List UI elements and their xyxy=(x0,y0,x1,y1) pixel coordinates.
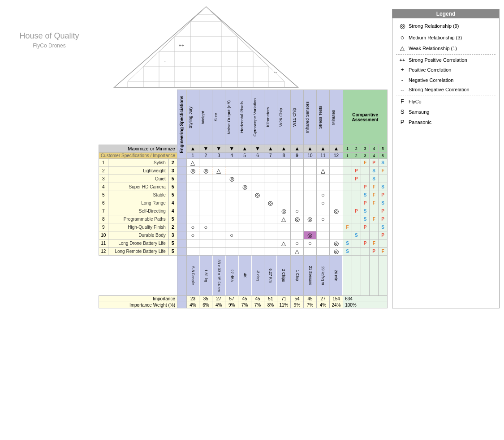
relationship-cell xyxy=(212,231,225,239)
relationship-cell xyxy=(186,183,199,191)
relationship-cell xyxy=(291,231,304,239)
relationship-cell: ○ xyxy=(186,231,199,239)
relationship-cell: △ xyxy=(277,239,290,248)
legend-neg-text: Negative Correlation xyxy=(409,77,453,83)
customer-name: Self-Directing xyxy=(108,207,168,215)
comp-cell: F xyxy=(370,191,379,199)
legend-strong-text: Strong Relationship (9) xyxy=(409,23,459,29)
relationship-cell: ○ xyxy=(291,207,304,215)
row-num: 8 xyxy=(99,215,108,223)
legend-item-strong: ◎ Strong Relationship (9) xyxy=(396,21,495,31)
tech-target: 1 Chip xyxy=(291,256,304,296)
comp-cell: S xyxy=(343,239,352,248)
relationship-cell: ◎ xyxy=(251,191,264,199)
relationship-cell xyxy=(277,159,290,167)
flyco-icon: F xyxy=(396,98,409,105)
legend-title: Legend xyxy=(392,9,499,18)
comp-cell xyxy=(352,239,361,248)
relationship-cell xyxy=(251,167,264,175)
row-importance: 5 xyxy=(168,191,177,199)
customer-row: 8Programmable Paths5△◎◎○SFP xyxy=(99,215,388,223)
relationship-cell xyxy=(264,191,277,199)
comp-cell xyxy=(361,175,370,183)
relationship-cell xyxy=(329,191,343,199)
relationship-cell xyxy=(199,159,212,167)
relationship-cell xyxy=(291,183,304,191)
relationship-cell xyxy=(264,183,277,191)
row-importance: 2 xyxy=(168,223,177,231)
relationship-cell xyxy=(277,183,290,191)
legend-strong-neg-text: Strong Negative Correlation xyxy=(409,87,470,92)
relationship-cell xyxy=(264,207,277,215)
relationship-cell xyxy=(251,183,264,191)
dir-10: ▲ xyxy=(304,145,317,153)
eng-col-11: Stress Tests xyxy=(316,90,329,145)
row-importance: 5 xyxy=(168,175,177,183)
tech-target: 6.27 Km xyxy=(264,256,277,296)
customer-row: 3Quiet5◎PS xyxy=(99,175,388,183)
comp-cell: S xyxy=(379,159,388,167)
comp-cell xyxy=(352,191,361,199)
customer-row: 4Super HD Camera5◎PFS xyxy=(99,183,388,191)
relationship-cell xyxy=(186,175,199,183)
relationship-cell xyxy=(251,248,264,256)
importance-label: Importance xyxy=(99,296,177,302)
svg-marker-0 xyxy=(114,7,298,87)
relationship-cell xyxy=(316,207,329,215)
relationship-cell xyxy=(225,215,238,223)
relationship-cell xyxy=(225,239,238,248)
tech-target: 4K xyxy=(238,256,251,296)
relationship-cell xyxy=(186,239,199,248)
relationship-cell xyxy=(212,223,225,231)
relationship-cell xyxy=(316,248,329,256)
relationship-cell xyxy=(304,175,317,183)
row-num: 4 xyxy=(99,183,108,191)
row-importance: 4 xyxy=(168,199,177,207)
row-num: 2 xyxy=(99,167,108,175)
relationship-cell xyxy=(212,207,225,215)
relationship-cell: ◎ xyxy=(186,167,199,175)
relationship-cell xyxy=(304,223,317,231)
customer-name: Durable Body xyxy=(108,231,168,239)
neg-icon: - xyxy=(396,77,409,83)
eng-col-4: Noise Output (dB) xyxy=(225,90,238,145)
comp-cell: P xyxy=(352,175,361,183)
relationship-cell: ○ xyxy=(225,231,238,239)
dir-7: ▲ xyxy=(264,145,277,153)
row-importance: 5 xyxy=(168,183,177,191)
relationship-cell xyxy=(225,223,238,231)
comp-cell xyxy=(352,215,361,223)
customer-name: Long Range xyxy=(108,199,168,207)
comp-cell: S xyxy=(361,215,370,223)
importance-weight-label: Importance Weight (%) xyxy=(99,302,177,308)
comp-cell: S xyxy=(379,199,388,207)
tech-target: 21 Sensors xyxy=(304,256,317,296)
relationship-cell xyxy=(304,183,317,191)
relationship-cell: △ xyxy=(277,215,290,223)
comp-cell: P xyxy=(361,199,370,207)
maxmin-label: Maximize or Minimize xyxy=(99,145,177,153)
relationship-cell xyxy=(291,159,304,167)
dir-8: ▲ xyxy=(277,145,290,153)
strong-pos-icon: ++ xyxy=(396,57,409,63)
dir-3: ▼ xyxy=(212,145,225,153)
legend-item-pos: + Positive Correlation xyxy=(396,65,495,74)
relationship-cell xyxy=(251,207,264,215)
comp-cell xyxy=(370,231,379,239)
relationship-cell xyxy=(199,191,212,199)
comp-cell xyxy=(352,199,361,207)
comp-cell xyxy=(343,207,352,215)
comp-cell xyxy=(361,248,370,256)
relationship-cell: ◎ xyxy=(277,207,290,215)
relationship-cell: ◎ xyxy=(264,199,277,207)
row-num: 7 xyxy=(99,207,108,215)
svg-text:++: ++ xyxy=(179,43,185,48)
relationship-cell xyxy=(199,175,212,183)
relationship-cell xyxy=(212,191,225,199)
relationship-cell: ○ xyxy=(291,239,304,248)
comp-cell: P xyxy=(379,191,388,199)
relationship-cell xyxy=(186,215,199,223)
comp-cell: F xyxy=(370,183,379,191)
relationship-cell xyxy=(199,207,212,215)
eng-col-3: Size xyxy=(212,90,225,145)
